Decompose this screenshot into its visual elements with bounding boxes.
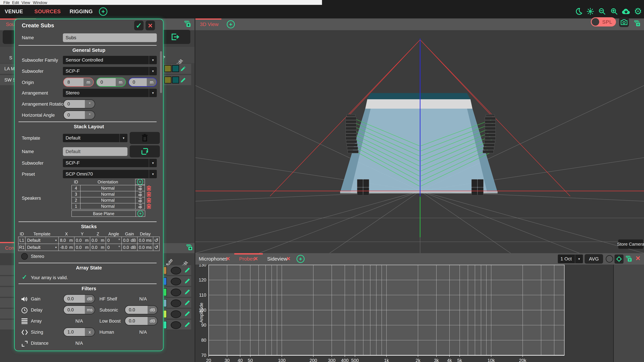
stack-z-input[interactable]: 0.0m [90, 236, 106, 244]
nav-tab-sources[interactable]: SOURCES [34, 8, 61, 14]
reset-icon[interactable]: ↺ [153, 236, 160, 244]
preset-dropdown[interactable]: SCP Omni70▾ [63, 170, 157, 178]
mute-toggle[interactable] [171, 310, 181, 318]
mute-toggle[interactable] [171, 321, 181, 329]
subsonic-input[interactable]: 0.0dB [124, 305, 158, 314]
delete-speaker-button[interactable] [144, 197, 153, 204]
close-panel-button[interactable]: × [636, 254, 640, 262]
left-toolbar-button[interactable] [3, 30, 15, 44]
stack-x-input[interactable]: 8.0m [58, 236, 74, 244]
layers-add-icon[interactable] [184, 20, 192, 28]
layers-add-icon[interactable] [186, 244, 193, 251]
menu-item-window[interactable]: Window [33, 0, 47, 5]
add-tab-button[interactable]: + [99, 8, 107, 16]
zoom-in-icon[interactable] [610, 8, 618, 16]
viewport-3d-scene[interactable] [196, 30, 644, 253]
reset-icon[interactable]: ↺ [153, 244, 160, 251]
delete-template-button[interactable] [130, 132, 160, 144]
pencil-icon[interactable] [184, 310, 191, 317]
delete-speaker-button[interactable] [144, 203, 153, 210]
spl-toggle[interactable]: SPL [591, 17, 616, 26]
pencil-icon[interactable] [184, 299, 191, 306]
horizontal-angle-input[interactable]: 0° [63, 110, 95, 120]
origin-x-input[interactable]: 8m [63, 78, 94, 87]
dialog-scrollbar[interactable] [160, 51, 162, 93]
autoscale-button[interactable] [614, 254, 624, 264]
tab-sideview[interactable]: Sideview [267, 256, 287, 262]
stereo-radio[interactable] [21, 253, 28, 260]
menu-item-view[interactable]: View [22, 0, 30, 5]
stack-template-dropdown[interactable]: Default▾ [25, 244, 59, 251]
mute-toggle[interactable] [171, 278, 181, 285]
layers-add-icon[interactable] [625, 255, 632, 262]
speaker-orientation[interactable]: Normal [80, 197, 136, 204]
mute-toggle[interactable] [171, 300, 181, 307]
store-camera-button[interactable] [619, 17, 629, 27]
controls-tab[interactable]: Con [5, 245, 14, 251]
flip-icon[interactable] [135, 191, 145, 197]
speaker-orientation[interactable]: Normal [80, 185, 136, 191]
delete-speaker-button[interactable] [144, 191, 153, 197]
add-view-button[interactable]: + [227, 20, 235, 28]
flip-icon[interactable] [135, 203, 145, 210]
tab-microphones[interactable]: Microphones [199, 256, 228, 262]
stack-delay-input[interactable]: 0.0ms [137, 244, 153, 251]
pencil-icon[interactable] [180, 66, 186, 72]
sources-tab[interactable]: Sou [6, 22, 15, 27]
zoom-out-icon[interactable] [598, 8, 606, 16]
cancel-button[interactable]: × [146, 20, 155, 30]
menu-item-file[interactable]: File [3, 0, 10, 5]
origin-z-input[interactable]: 0m [128, 78, 157, 87]
confirm-button[interactable]: ✓ [134, 20, 144, 30]
source-color-chip[interactable] [172, 65, 179, 72]
add-base-plane-button[interactable]: + [136, 210, 145, 217]
origin-y-input[interactable]: 0m [96, 78, 126, 87]
stack-angle-input[interactable]: 0° [106, 236, 122, 244]
pencil-icon[interactable] [184, 321, 191, 328]
mute-toggle[interactable] [171, 288, 181, 296]
add-analysis-tab-button[interactable]: + [296, 255, 304, 263]
arrangement-dropdown[interactable]: Stereo▾ [63, 89, 157, 97]
template-dropdown[interactable]: Default▾ [63, 134, 128, 142]
arrangement-rotation-input[interactable]: 0° [63, 100, 95, 108]
flip-icon[interactable] [135, 197, 145, 204]
export-button[interactable] [160, 30, 190, 44]
toggle-circle[interactable] [606, 255, 613, 262]
speaker-orientation[interactable]: Normal [80, 191, 136, 197]
sizing-input[interactable]: 1.0x [63, 328, 95, 336]
close-tab-sideview[interactable]: × [286, 255, 290, 262]
pencil-icon[interactable] [184, 278, 191, 284]
subwoofer-dropdown[interactable]: SCP-F▾ [63, 67, 157, 75]
menu-item-edit[interactable]: Edit [12, 0, 19, 5]
sun-icon[interactable] [586, 8, 594, 16]
gain-input[interactable]: 0.0dB [63, 294, 95, 303]
duplicate-template-button[interactable] [130, 145, 160, 158]
close-tab-probes[interactable]: × [254, 255, 258, 262]
close-tab-microphones[interactable]: × [226, 255, 230, 262]
nav-tab-venue[interactable]: VENUE [5, 8, 23, 14]
delete-speaker-button[interactable] [144, 185, 153, 191]
stack-subwoofer-dropdown[interactable]: SCP-F▾ [63, 159, 157, 167]
pencil-icon[interactable] [184, 288, 191, 296]
stack-z-input[interactable]: 0.0m [90, 244, 106, 251]
name-input[interactable]: Subs [63, 33, 157, 42]
pencil-icon[interactable] [184, 266, 191, 274]
mute-toggle[interactable] [171, 267, 181, 274]
viewport-tab-3d-view[interactable]: 3D View [200, 22, 218, 27]
source-color-chip[interactable] [172, 76, 179, 84]
avg-button[interactable]: AVG [585, 254, 603, 264]
low-boost-input[interactable]: 0.0dB [124, 316, 158, 326]
layers-add-icon[interactable] [634, 20, 641, 27]
stack-angle-input[interactable]: 0° [106, 244, 122, 251]
stack-y-input[interactable]: 0.0m [74, 244, 90, 251]
stack-gain-input[interactable]: 0.0dB [122, 244, 138, 251]
delay-input[interactable]: 0.0ms [63, 305, 95, 314]
add-speaker-button[interactable]: + [135, 179, 145, 185]
tab-probes[interactable]: Probes [239, 256, 255, 262]
source-color-chip[interactable] [164, 76, 172, 84]
stack-gain-input[interactable]: 0.0dB [122, 236, 138, 244]
bandwidth-dropdown[interactable]: 1 Oct▾ [558, 254, 583, 263]
moon-icon[interactable] [575, 8, 583, 16]
subwoofer-family-dropdown[interactable]: Sensor Controlled▾ [63, 56, 157, 64]
speaker-orientation[interactable]: Normal [80, 203, 136, 210]
